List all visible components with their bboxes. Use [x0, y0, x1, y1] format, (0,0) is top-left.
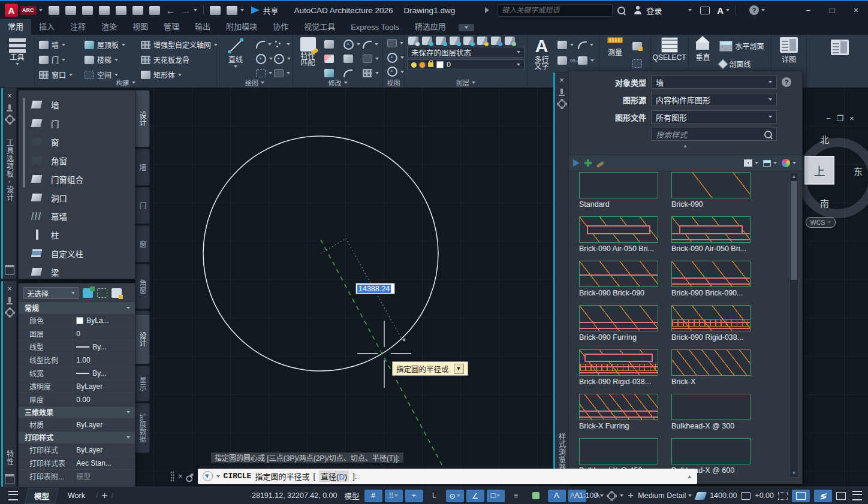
horizontal-section-button[interactable]: 水平剖面: [718, 38, 766, 53]
gear-icon[interactable]: [6, 116, 14, 123]
close-icon[interactable]: ×: [7, 91, 12, 101]
swatch-preview[interactable]: [579, 349, 658, 376]
style-swatch[interactable]: Brick-090 Rigid-038...: [671, 305, 751, 342]
model-tab[interactable]: 模型: [25, 488, 59, 504]
viewport-close-button[interactable]: ×: [849, 114, 854, 123]
layer-lock-icon[interactable]: [477, 37, 487, 45]
command-close-icon[interactable]: ×: [178, 472, 183, 481]
diameter-option-chip[interactable]: 直径(D): [319, 470, 349, 482]
style-swatch[interactable]: Bulkhead-X @ 300: [671, 394, 751, 430]
ribbon-tab[interactable]: 渲染: [94, 17, 125, 35]
fillet-button[interactable]: [361, 37, 380, 52]
status-grid-toggle[interactable]: #: [364, 490, 382, 502]
style-swatch[interactable]: Brick-X Furring: [579, 394, 658, 430]
palette-tab[interactable]: 窗: [135, 225, 150, 262]
redo-icon[interactable]: →: [182, 6, 191, 15]
palette-tool-door-window-assembly[interactable]: 门窗组合: [31, 170, 132, 188]
layer-set-current-icon[interactable]: [422, 37, 432, 45]
command-line-grip[interactable]: [170, 471, 174, 481]
swatch-preview[interactable]: [579, 261, 658, 287]
swatch-preview[interactable]: [579, 305, 658, 331]
layer-merge-icon[interactable]: [505, 37, 515, 45]
help-icon[interactable]: ?: [782, 77, 791, 87]
ribbon-tab[interactable]: 协作: [265, 17, 296, 35]
ribbon-tab[interactable]: 插入: [31, 17, 62, 35]
property-value[interactable]: Aec Stan...: [72, 457, 135, 469]
style-swatch[interactable]: Brick-090 Air-050 Bri...: [579, 216, 658, 253]
user-icon[interactable]: [634, 6, 642, 14]
open-file-icon[interactable]: [65, 6, 76, 15]
apps-caret-icon[interactable]: [726, 9, 730, 11]
customization-menu-icon[interactable]: [852, 491, 862, 500]
palette-properties-icon[interactable]: [5, 474, 14, 484]
property-value[interactable]: ByLayer: [72, 443, 135, 456]
select-objects-icon[interactable]: [97, 288, 107, 298]
command-history-expand-icon[interactable]: ▲: [687, 473, 692, 479]
signin-label[interactable]: 登录: [646, 5, 662, 16]
autodesk-icon[interactable]: A: [717, 5, 724, 16]
recent-commands-icon[interactable]: [203, 471, 213, 481]
named-views-button[interactable]: [385, 65, 406, 78]
collapse-header-icon[interactable]: ▲: [568, 143, 802, 149]
layer-properties-icon[interactable]: [408, 37, 418, 45]
line-button[interactable]: 直线: [219, 37, 252, 78]
chevron-down-icon[interactable]: [792, 162, 796, 164]
chevron-down-icon[interactable]: [755, 162, 758, 164]
ribbon-display-toggle[interactable]: [459, 24, 474, 31]
palette-tool-corner-window[interactable]: 角窗: [31, 151, 132, 170]
palette-tool-window[interactable]: 窗: [31, 132, 132, 151]
status-gear-icon[interactable]: [608, 492, 616, 500]
field-dropdown[interactable]: 墙: [651, 76, 777, 89]
section-header[interactable]: 三维效果: [19, 406, 135, 418]
move-button[interactable]: [323, 37, 342, 52]
view-panel-label[interactable]: 视图: [383, 79, 404, 87]
swatch-preview[interactable]: [671, 438, 751, 464]
circle-button[interactable]: [254, 52, 272, 67]
property-value[interactable]: 1.00: [72, 354, 135, 366]
workspace-caret-icon[interactable]: [240, 9, 244, 11]
help-search-input[interactable]: [498, 4, 613, 17]
layer-state-dropdown[interactable]: 未保存的图层状态: [407, 47, 525, 58]
help-caret-icon[interactable]: [761, 9, 765, 11]
viewcube-top-face[interactable]: 上: [804, 156, 834, 185]
mobile-upload-icon[interactable]: [132, 6, 143, 15]
palette-tab[interactable]: 设计: [135, 314, 150, 364]
status-lineweight-toggle[interactable]: ≡: [507, 490, 525, 502]
style-swatch[interactable]: Brick-090 Brick-090: [579, 261, 658, 297]
viewport-minimize-button[interactable]: −: [826, 114, 831, 123]
chevron-down-icon[interactable]: [457, 494, 460, 497]
viewport-icon[interactable]: [831, 40, 849, 55]
palette-tab[interactable]: 设计: [135, 90, 150, 147]
wcs-dropdown[interactable]: WCS: [806, 217, 836, 228]
field-dropdown[interactable]: 所有图形: [651, 110, 777, 123]
palette-tool-wall[interactable]: 墙: [31, 95, 132, 114]
viewcube[interactable]: 北 东 南 上 WCS: [792, 132, 868, 228]
palette-tool-custom-column[interactable]: 自定义柱: [31, 244, 132, 262]
minimize-button[interactable]: −: [796, 2, 820, 18]
table-button[interactable]: [576, 53, 596, 68]
property-value[interactable]: 模型: [72, 470, 135, 482]
match-properties-button[interactable]: 特性匹配: [296, 37, 320, 78]
fullscreen-icon[interactable]: [836, 492, 846, 500]
gear-icon[interactable]: [558, 100, 566, 108]
status-snap-toggle[interactable]: ⁞⁞: [385, 490, 403, 502]
elevation-value[interactable]: 1400.00: [710, 491, 737, 500]
section-line-button[interactable]: 剖面线: [718, 56, 766, 71]
style-swatch[interactable]: Brick-090 Furring: [579, 305, 658, 342]
swatch-preview[interactable]: [579, 438, 658, 464]
view-cube-button[interactable]: [385, 37, 406, 50]
open-from-web-icon[interactable]: [116, 6, 126, 15]
dimension-button[interactable]: [556, 38, 576, 53]
autohide-pin-icon[interactable]: [8, 297, 11, 303]
leader-button[interactable]: 09.4: [556, 53, 576, 68]
quick-calc-button[interactable]: [631, 38, 644, 53]
window-layout-icon[interactable]: [210, 6, 221, 15]
chevron-down-icon[interactable]: [620, 494, 623, 497]
cart-icon[interactable]: [700, 7, 710, 14]
楼梯-button[interactable]: 楼梯: [83, 52, 139, 67]
stretch-button[interactable]: [361, 52, 380, 67]
style-swatch[interactable]: Brick-090 Rigid-038...: [579, 349, 658, 386]
mtext-button[interactable]: A 多行文字: [530, 37, 553, 78]
scroll-down-icon[interactable]: ▼: [790, 469, 798, 477]
status-ortho-toggle[interactable]: L: [426, 490, 444, 502]
